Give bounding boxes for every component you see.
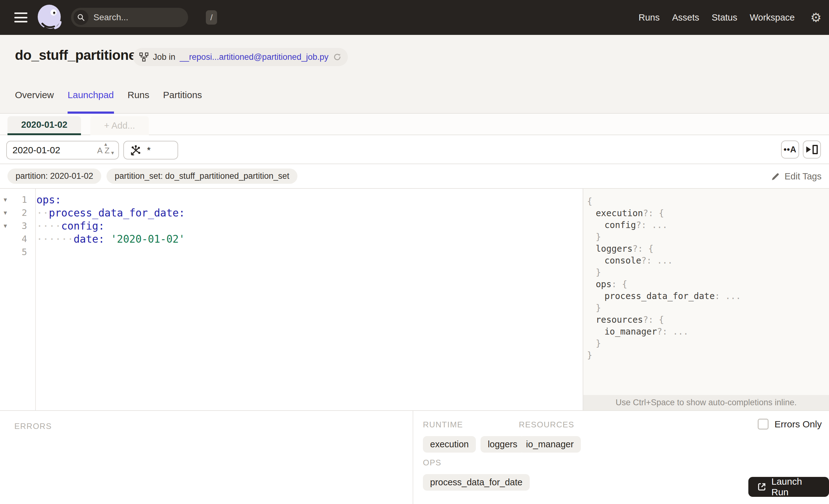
job-file-link[interactable]: __reposi...artitioned@partitioned_job.py — [180, 52, 329, 62]
config-scope-pill[interactable]: loggers — [480, 436, 525, 453]
schema-line: console?: ... — [583, 255, 829, 267]
job-header: do_stuff_partitioned Job in __reposi...a… — [0, 35, 829, 114]
config-editor-region: ▾1ops:▾2··process_data_for_date:▾3····co… — [0, 189, 829, 410]
schema-key: resources — [596, 315, 643, 325]
schema-punct: } — [596, 338, 601, 349]
schema-key: console — [605, 255, 641, 266]
section-pills: executionloggers — [423, 436, 525, 453]
config-editor[interactable]: ▾1ops:▾2··process_data_for_date:▾3····co… — [0, 193, 582, 258]
panel-rect-icon — [813, 145, 818, 154]
schema-line: } — [583, 302, 829, 314]
top-navigation-bar: / RunsAssetsStatusWorkspace ⚙ — [0, 0, 829, 35]
schema-punct: ?: { — [643, 208, 664, 218]
code-text[interactable]: ··process_data_for_date: — [31, 207, 185, 219]
op-selector-input[interactable]: * — [123, 141, 178, 159]
pencil-icon — [771, 172, 780, 181]
tag-pill: partition: 2020-01-02 — [7, 169, 101, 184]
topnav-link-workspace[interactable]: Workspace — [750, 12, 795, 23]
sort-az-icon: A▲Z▼ — [97, 143, 113, 157]
schema-line: resources?: { — [583, 314, 829, 326]
autocomplete-toggle-button[interactable]: ••A — [781, 141, 799, 158]
section-pills: process_data_for_date — [423, 474, 530, 491]
editor-line: ▾2··process_data_for_date: — [0, 206, 582, 219]
config-tab-active[interactable]: 2020-01-02 — [7, 116, 81, 135]
schema-key: process_data_for_date — [605, 291, 715, 301]
external-link-icon — [757, 482, 767, 492]
line-number: 1 — [10, 194, 31, 205]
tag-list: partition: 2020-01-02partition_set: do_s… — [7, 169, 297, 184]
edit-tags-button[interactable]: Edit Tags — [771, 164, 822, 189]
schema-line: execution?: { — [583, 208, 829, 219]
schema-punct: } — [596, 303, 601, 313]
schema-line: } — [583, 338, 829, 350]
schema-key: ops — [596, 279, 612, 289]
autocomplete-hint: Use Ctrl+Space to show auto-completions … — [583, 395, 829, 410]
yaml-key: config: — [61, 220, 104, 232]
dagster-logo-icon[interactable] — [36, 4, 64, 32]
indent-whitespace: ···· — [36, 220, 61, 232]
bottom-panel: ERRORS RUNTIMEexecutionloggersRESOURCESi… — [0, 410, 829, 504]
yaml-key: ops: — [36, 194, 61, 206]
tab-partitions[interactable]: Partitions — [163, 90, 202, 114]
schema-punct: ?: ... — [657, 326, 689, 337]
indent-whitespace: ······ — [36, 233, 73, 245]
config-tab-add[interactable]: + Add... — [90, 116, 149, 135]
fold-arrow-icon[interactable]: ▾ — [0, 209, 10, 216]
code-text[interactable]: ······date: '2020-01-02' — [31, 233, 185, 245]
schema-line: } — [583, 231, 829, 243]
topnav-link-runs[interactable]: Runs — [639, 12, 660, 23]
section-runtime: RUNTIMEexecutionloggers — [423, 420, 525, 453]
code-text[interactable]: ops: — [31, 194, 61, 206]
schema-line: } — [583, 267, 829, 279]
schema-punct: } — [596, 232, 601, 242]
config-schema-panel: {execution?: {config?: ...}loggers?: {co… — [583, 189, 829, 410]
config-tabs: 2020-01-02+ Add... — [7, 116, 149, 135]
tab-runs[interactable]: Runs — [128, 90, 149, 114]
global-search[interactable]: / — [71, 8, 188, 27]
settings-gear-icon[interactable]: ⚙ — [810, 0, 822, 35]
schema-punct: ?: { — [643, 315, 664, 325]
launch-run-button[interactable]: Launch Run — [748, 477, 829, 497]
play-triangle-icon — [806, 146, 811, 153]
job-origin-badge: Job in __reposi...artitioned@partitioned… — [133, 48, 348, 66]
partition-select[interactable]: 2020-01-02 A▲Z▼ — [6, 141, 119, 159]
section-pills: io_manager — [519, 436, 581, 453]
schema-line: config?: ... — [583, 219, 829, 231]
section-label: RESOURCES — [519, 420, 581, 430]
schema-key: io_manager — [605, 326, 657, 337]
schema-punct: } — [587, 350, 592, 360]
yaml-key: date: — [73, 233, 104, 245]
schema-line: loggers?: { — [583, 243, 829, 255]
topnav-link-assets[interactable]: Assets — [672, 12, 699, 23]
search-shortcut-badge: / — [206, 10, 217, 25]
schema-line: { — [583, 195, 829, 208]
edit-tags-label: Edit Tags — [785, 171, 822, 182]
code-text[interactable]: ····config: — [31, 220, 105, 232]
schema-key: loggers — [596, 244, 633, 254]
schema-line: io_manager?: ... — [583, 326, 829, 338]
editor-line: 5 — [0, 246, 582, 258]
search-input[interactable] — [88, 12, 206, 23]
errors-only-checkbox[interactable] — [758, 419, 768, 430]
tag-pill: partition_set: do_stuff_partitioned_part… — [107, 169, 297, 184]
line-number: 3 — [10, 220, 31, 231]
sitemap-icon — [139, 52, 149, 62]
side-panel-toggle-button[interactable] — [803, 141, 821, 158]
reload-icon[interactable] — [333, 52, 341, 61]
config-scope-pill[interactable]: io_manager — [519, 436, 581, 453]
search-icon — [73, 10, 88, 25]
schema-line: process_data_for_date: ... — [583, 290, 829, 302]
tab-launchpad[interactable]: Launchpad — [68, 90, 114, 114]
config-scope-pill[interactable]: process_data_for_date — [423, 474, 530, 491]
topnav-link-status[interactable]: Status — [712, 12, 737, 23]
schema-punct: } — [596, 267, 601, 278]
config-scope-pill[interactable]: execution — [423, 436, 476, 453]
fold-arrow-icon[interactable]: ▾ — [0, 222, 10, 229]
tab-overview[interactable]: Overview — [15, 90, 54, 114]
fold-arrow-icon[interactable]: ▾ — [0, 196, 10, 204]
tags-row: partition: 2020-01-02partition_set: do_s… — [0, 164, 829, 189]
partition-select-value: 2020-01-02 — [12, 145, 60, 155]
schema-punct: : { — [612, 279, 627, 289]
hamburger-menu-icon[interactable] — [14, 12, 27, 23]
op-graph-icon — [130, 144, 142, 156]
